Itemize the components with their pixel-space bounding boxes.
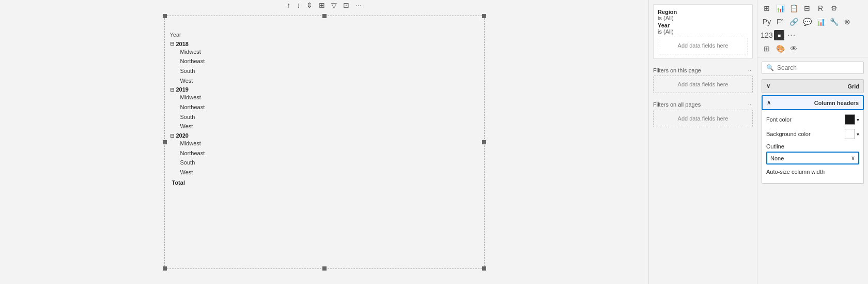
grid-section: ∨ Grid: [762, 79, 864, 93]
resize-handle-ml[interactable]: [163, 140, 167, 144]
font-color-chevron[interactable]: ▾: [857, 117, 859, 123]
resize-handle-tr[interactable]: [482, 14, 486, 18]
filters-on-page-section: Filters on this page ··· Add data fields…: [653, 64, 753, 93]
paint-icon[interactable]: 🎨: [774, 42, 786, 55]
color-swatch-icon[interactable]: ■: [774, 30, 784, 40]
region-midwest-2018: Midwest: [170, 47, 479, 57]
font-color-swatch[interactable]: ▾: [845, 114, 859, 125]
year-label-2019: 2019: [176, 86, 189, 93]
focus-button[interactable]: ⊡: [341, 1, 351, 10]
add-data-fields-visual[interactable]: Add data fields here: [658, 37, 748, 54]
expand-icon-2018[interactable]: ⊟: [170, 41, 174, 47]
visual-toolbar: ↑ ↓ ⇕ ⊞ ▽ ⊡ ···: [165, 1, 484, 10]
column-headers-label: Column headers: [814, 100, 859, 106]
add-data-fields-page[interactable]: Add data fields here: [653, 76, 753, 93]
year-row-2019[interactable]: ⊟ 2019: [170, 86, 479, 93]
region-west-2020: West: [170, 168, 479, 177]
year-group-2018: ⊟ 2018 Midwest Northeast South West: [170, 41, 479, 86]
link-icon[interactable]: 🔗: [787, 16, 800, 28]
background-color-chevron[interactable]: ▾: [857, 131, 859, 137]
chart-icon[interactable]: R: [814, 2, 827, 14]
filters-panel: Region is (All) Year is (All) Add data f…: [648, 0, 757, 284]
outline-dropdown[interactable]: None ∨: [766, 152, 859, 165]
expand-button[interactable]: ⇕: [304, 1, 315, 10]
resize-handle-tm[interactable]: [322, 14, 327, 18]
grid-section-label: Grid: [847, 83, 859, 89]
filters-on-all-pages-more[interactable]: ···: [748, 101, 753, 108]
icon-row-2: Py F° 🔗 💬 📊 🔧 ⊗: [761, 16, 865, 28]
search-input[interactable]: [777, 64, 859, 71]
filters-on-page-more[interactable]: ···: [748, 67, 753, 73]
filter-on-visual-items: Region is (All) Year is (All) Add data f…: [653, 4, 753, 59]
add-data-fields-all-pages[interactable]: Add data fields here: [653, 110, 753, 127]
expand-icon-2020[interactable]: ⊟: [170, 133, 174, 139]
year-group-2020: ⊟ 2020 Midwest Northeast South West: [170, 132, 479, 177]
filter-year[interactable]: Year is (All): [658, 22, 748, 35]
resize-handle-tl[interactable]: [163, 14, 167, 18]
year-row-2020[interactable]: ⊟ 2020: [170, 132, 479, 139]
region-northeast-2019: Northeast: [170, 102, 479, 112]
fields-icon[interactable]: ⊞: [761, 2, 773, 14]
grid2-icon[interactable]: ⊞: [761, 42, 773, 55]
background-color-swatch[interactable]: ▾: [845, 129, 859, 139]
resize-handle-bl[interactable]: [163, 266, 167, 271]
auto-size-label: Auto-size column width: [766, 169, 825, 175]
font-color-row: Font color ▾: [766, 114, 859, 125]
more-dots-icon[interactable]: ···: [785, 29, 798, 41]
outline-row: Outline None ∨: [766, 143, 859, 165]
move-up-button[interactable]: ↑: [285, 1, 292, 10]
filter2-icon[interactable]: 🔧: [828, 16, 840, 28]
year-label-2018: 2018: [176, 41, 189, 47]
search-icon: 🔍: [766, 64, 774, 71]
outline-chevron: ∨: [851, 155, 855, 161]
expand-icon-2019[interactable]: ⊟: [170, 87, 174, 93]
grid-section-header[interactable]: ∨ Grid: [762, 79, 864, 93]
visual-container[interactable]: ↑ ↓ ⇕ ⊞ ▽ ⊡ ··· Year ⊟ 2018 Midwest: [164, 16, 485, 269]
visualizations-icon[interactable]: 📊: [774, 2, 786, 14]
resize-handle-bm[interactable]: [322, 266, 327, 271]
region-west-2018: West: [170, 76, 479, 86]
filter-year-value: is (All): [658, 28, 748, 35]
table-icon[interactable]: 📋: [787, 2, 800, 14]
main-canvas: ↑ ↓ ⇕ ⊞ ▽ ⊡ ··· Year ⊟ 2018 Midwest: [0, 0, 648, 284]
column-headers-section-header[interactable]: ∧ Column headers: [762, 95, 864, 110]
comment-icon[interactable]: 💬: [801, 16, 813, 28]
year-row-2018[interactable]: ⊟ 2018: [170, 41, 479, 47]
outline-value: None: [770, 155, 784, 161]
format-icon[interactable]: F°: [774, 16, 786, 28]
icon-row-3: 123 ■ ···: [761, 29, 865, 41]
filter-region-label: Region: [658, 9, 748, 15]
more-options-button[interactable]: ···: [353, 1, 364, 10]
background-color-label: Background color: [766, 131, 811, 137]
move-down-button[interactable]: ↓: [295, 1, 302, 10]
filter-year-label: Year: [658, 22, 748, 28]
filter-region[interactable]: Region is (All): [658, 9, 748, 21]
resize-handle-mr[interactable]: [482, 140, 486, 144]
filters-on-all-pages-section: Filters on all pages ··· Add data fields…: [653, 98, 753, 127]
background-color-box[interactable]: [845, 129, 855, 139]
close2-icon[interactable]: ⊗: [841, 16, 854, 28]
filter-button[interactable]: ▽: [329, 1, 339, 10]
matrix-icon[interactable]: ⊟: [801, 2, 813, 14]
region-midwest-2019: Midwest: [170, 93, 479, 102]
matrix-content: Year ⊟ 2018 Midwest Northeast South West…: [170, 32, 479, 186]
settings-icon[interactable]: ⚙: [828, 2, 840, 14]
eye-icon[interactable]: 👁: [787, 42, 800, 55]
python-icon[interactable]: Py: [761, 16, 773, 28]
auto-size-row: Auto-size column width: [766, 169, 859, 175]
filters-on-all-pages-header: Filters on all pages ···: [653, 101, 753, 108]
font-color-box[interactable]: [845, 114, 855, 125]
number-icon[interactable]: 123: [761, 29, 773, 41]
year-group-2019: ⊟ 2019 Midwest Northeast South West: [170, 86, 479, 131]
column-headers-chevron: ∧: [767, 99, 771, 106]
fit-button[interactable]: ⊞: [317, 1, 327, 10]
year-label-2020: 2020: [176, 132, 189, 139]
resize-handle-br[interactable]: [482, 266, 486, 271]
column-headers-section: ∧ Column headers Font color ▾ Background…: [762, 95, 864, 184]
search-bar[interactable]: 🔍: [762, 62, 864, 74]
icon-row-1: ⊞ 📊 📋 ⊟ R ⚙: [761, 2, 865, 14]
region-northeast-2020: Northeast: [170, 148, 479, 158]
analytics-icon[interactable]: 📊: [814, 16, 827, 28]
format-panel: ⊞ 📊 📋 ⊟ R ⚙ Py F° 🔗 💬 📊 🔧 ⊗ 123 ■ ··· ⊞ …: [757, 0, 868, 284]
total-label: Total: [172, 180, 185, 186]
